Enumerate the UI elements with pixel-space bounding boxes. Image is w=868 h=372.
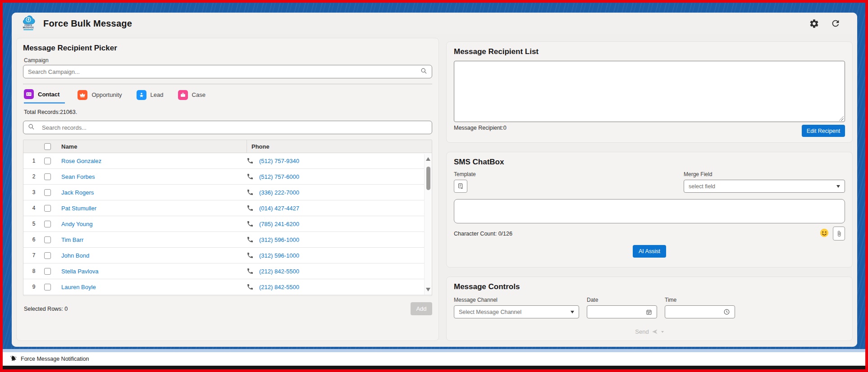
sms-message-textarea[interactable] bbox=[454, 200, 845, 223]
merge-field-select[interactable]: select field bbox=[684, 180, 845, 193]
tab-lead[interactable]: Lead bbox=[137, 88, 165, 103]
phone-number-link[interactable]: (312) 596-1000 bbox=[259, 236, 299, 243]
send-button[interactable]: Send bbox=[454, 328, 845, 335]
scroll-up-arrow-icon[interactable] bbox=[426, 157, 430, 161]
right-column: Message Recipient List Message Recipient… bbox=[446, 38, 853, 341]
controls-title: Message Controls bbox=[454, 282, 845, 291]
contact-name-link[interactable]: Andy Young bbox=[61, 221, 92, 227]
phone-number-link[interactable]: (512) 757-6000 bbox=[259, 173, 299, 180]
character-count-label: Character Count: 0/126 bbox=[454, 231, 512, 237]
edit-recipient-button[interactable]: Edit Recipent bbox=[802, 125, 845, 137]
tab-contact[interactable]: Contact bbox=[24, 87, 65, 104]
lead-object-icon bbox=[137, 90, 146, 100]
contact-object-icon bbox=[24, 89, 34, 99]
send-dropdown-caret-icon bbox=[661, 331, 664, 333]
row-checkbox[interactable] bbox=[44, 221, 51, 227]
chatbox-title: SMS ChatBox bbox=[454, 158, 845, 167]
phone-number-link[interactable]: (014) 427-4427 bbox=[259, 205, 299, 212]
row-checkbox[interactable] bbox=[44, 236, 51, 243]
row-checkbox[interactable] bbox=[44, 189, 51, 196]
phone-icon bbox=[247, 236, 254, 243]
force-message-logo-icon: FORCE MESSAGE bbox=[20, 14, 37, 32]
row-number: 1 bbox=[23, 158, 44, 164]
contact-name-link[interactable]: Tim Barr bbox=[61, 236, 83, 243]
scrollbar-thumb[interactable] bbox=[426, 167, 430, 190]
phone-number-link[interactable]: (785) 241-6200 bbox=[259, 221, 299, 227]
campaign-search-input[interactable]: Search Campaign... bbox=[23, 65, 432, 78]
phone-number-link[interactable]: (212) 842-5500 bbox=[259, 268, 299, 275]
attachment-paperclip-button[interactable] bbox=[833, 227, 845, 240]
table-row: 4Pat Stumuller(014) 427-4427 bbox=[23, 200, 432, 216]
contact-name-link[interactable]: Lauren Boyle bbox=[61, 284, 96, 290]
table-body: 1Rose Gonzalez(512) 757-93402Sean Forbes… bbox=[23, 153, 432, 295]
phone-column-header: Phone bbox=[247, 140, 432, 153]
tab-label: Case bbox=[192, 91, 206, 98]
contact-name-link[interactable]: Rose Gonzalez bbox=[61, 158, 101, 164]
footer-notification-label: Force Message Notification bbox=[21, 356, 89, 362]
contact-name-link[interactable]: Sean Forbes bbox=[61, 173, 95, 180]
row-number: 3 bbox=[23, 189, 44, 195]
row-checkbox[interactable] bbox=[44, 205, 51, 212]
clock-icon bbox=[723, 308, 730, 315]
tab-label: Opportunity bbox=[91, 91, 122, 98]
table-row: 5Andy Young(785) 241-6200 bbox=[23, 216, 432, 232]
ai-assist-button[interactable]: AI Assist bbox=[633, 245, 666, 258]
campaign-label: Campaign bbox=[24, 57, 432, 64]
row-number: 8 bbox=[23, 268, 44, 274]
select-all-checkbox[interactable] bbox=[44, 143, 51, 150]
row-checkbox[interactable] bbox=[44, 158, 51, 164]
row-checkbox[interactable] bbox=[44, 284, 51, 290]
phone-number-link[interactable]: (312) 596-1000 bbox=[259, 252, 299, 259]
phone-icon bbox=[247, 157, 254, 164]
records-search-input[interactable]: Search records... bbox=[23, 121, 432, 134]
row-number: 5 bbox=[23, 221, 44, 227]
table-row: 3Jack Rogers(336) 222-7000 bbox=[23, 185, 432, 200]
message-recipient-list-card: Message Recipient List Message Recipient… bbox=[446, 41, 853, 143]
table-row: 1Rose Gonzalez(512) 757-9340 bbox=[23, 153, 432, 169]
message-recipient-count: Message Recipient:0 bbox=[454, 125, 507, 131]
contact-name-link[interactable]: Jack Rogers bbox=[61, 189, 94, 196]
template-picker-button[interactable] bbox=[454, 180, 467, 193]
emoji-smiley-icon[interactable] bbox=[819, 228, 829, 240]
send-arrow-icon bbox=[652, 329, 658, 335]
contact-name-link[interactable]: John Bond bbox=[61, 252, 89, 259]
message-channel-value: Select Message Channel bbox=[459, 309, 521, 315]
opportunity-object-icon bbox=[78, 90, 87, 100]
contact-name-link[interactable]: Stella Pavlova bbox=[61, 268, 98, 275]
time-input[interactable] bbox=[665, 305, 735, 318]
settings-gear-icon[interactable] bbox=[809, 18, 819, 29]
phone-number-link[interactable]: (512) 757-9340 bbox=[259, 158, 299, 164]
picker-title: Message Recipient Picker bbox=[23, 44, 432, 53]
contact-name-link[interactable]: Pat Stumuller bbox=[61, 205, 96, 212]
tab-case[interactable]: Case bbox=[178, 88, 207, 103]
recipient-list-title: Message Recipient List bbox=[454, 47, 845, 56]
refresh-icon[interactable] bbox=[830, 18, 841, 29]
tab-label: Contact bbox=[38, 91, 59, 98]
search-icon bbox=[420, 68, 427, 76]
phone-number-link[interactable]: (336) 222-7000 bbox=[259, 189, 299, 196]
app-header: FORCE MESSAGE Force Bulk Message bbox=[12, 13, 857, 34]
picker-footer: Selected Rows: 0 Add bbox=[23, 302, 432, 315]
date-input[interactable] bbox=[587, 305, 657, 318]
phone-icon bbox=[247, 173, 254, 180]
tab-label: Lead bbox=[151, 91, 164, 98]
calendar-icon bbox=[646, 309, 652, 315]
recipient-list-textarea[interactable] bbox=[454, 61, 845, 122]
scroll-down-arrow-icon[interactable] bbox=[426, 288, 430, 291]
row-checkbox[interactable] bbox=[44, 252, 51, 259]
table-row: 7John Bond(312) 596-1000 bbox=[23, 248, 432, 263]
date-label: Date bbox=[587, 297, 657, 303]
add-button[interactable]: Add bbox=[411, 302, 432, 315]
message-controls-card: Message Controls Message Channel Select … bbox=[446, 277, 853, 341]
phone-number-link[interactable]: (212) 842-5500 bbox=[259, 284, 299, 290]
name-column-header: Name bbox=[61, 143, 247, 150]
message-channel-select[interactable]: Select Message Channel bbox=[454, 305, 579, 318]
logo-text-line2: MESSAGE bbox=[23, 27, 34, 29]
vertical-scrollbar[interactable] bbox=[424, 154, 432, 295]
tab-opportunity[interactable]: Opportunity bbox=[78, 88, 123, 103]
row-number: 2 bbox=[23, 173, 44, 180]
app-window: FORCE MESSAGE Force Bulk Message bbox=[12, 13, 857, 347]
row-checkbox[interactable] bbox=[44, 268, 51, 275]
row-checkbox[interactable] bbox=[44, 173, 51, 180]
campaign-search-placeholder: Search Campaign... bbox=[28, 68, 80, 75]
